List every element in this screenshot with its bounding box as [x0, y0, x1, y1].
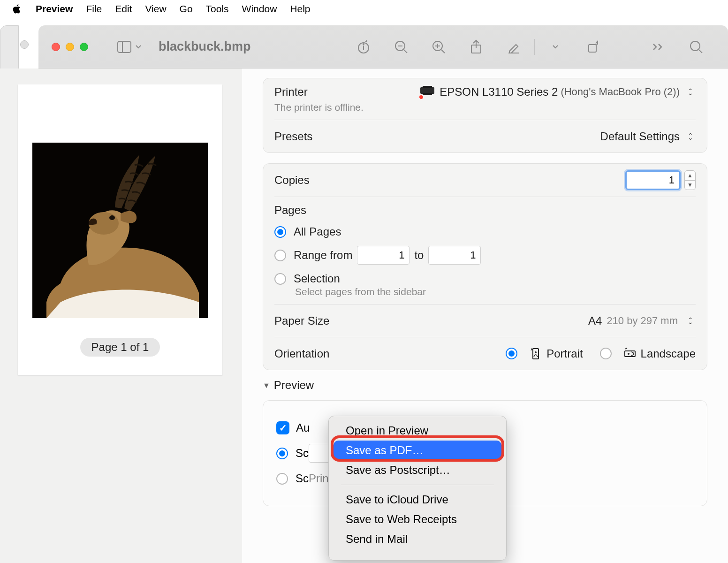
svg-point-24	[535, 351, 537, 353]
chevron-down-small-icon[interactable]	[544, 36, 567, 58]
printer-status: The printer is offline.	[274, 102, 364, 113]
printer-owner: (Hong's MacBook Pro (2))	[561, 86, 680, 98]
traffic-lights	[52, 43, 88, 51]
minimize-window-button[interactable]	[66, 43, 74, 51]
paper-size-row[interactable]: Paper Size A4 210 by 297 mm	[274, 304, 696, 337]
preview-section-label: Preview	[274, 379, 314, 392]
pages-all-option[interactable]: All Pages	[274, 225, 341, 238]
pages-selection-option[interactable]: Selection	[274, 272, 340, 285]
pdf-dropdown-menu: Open in Preview Save as PDF… Save as Pos…	[328, 416, 507, 561]
page-indicator-badge: Page 1 of 1	[80, 338, 160, 357]
zoom-in-icon[interactable]	[427, 36, 450, 58]
menu-save-as-postscript[interactable]: Save as Postscript…	[334, 460, 501, 480]
pages-selection-hint: Select pages from the sidebar	[295, 286, 426, 297]
copies-input[interactable]	[625, 170, 681, 190]
preview-disclosure[interactable]: ▼ Preview	[263, 379, 707, 392]
menu-edit[interactable]: Edit	[115, 3, 132, 15]
orientation-portrait-label: Portrait	[546, 347, 583, 360]
copies-row: Copies ▲▼	[274, 164, 696, 197]
menu-view[interactable]: View	[145, 3, 166, 15]
paper-size-dimensions: 210 by 297 mm	[607, 315, 678, 327]
search-icon[interactable]	[685, 36, 707, 58]
svg-line-9	[441, 50, 445, 53]
menu-window[interactable]: Window	[242, 3, 277, 15]
svg-rect-20	[420, 87, 434, 94]
copies-label: Copies	[274, 174, 310, 187]
radio-selected-icon[interactable]	[276, 448, 288, 459]
zoom-window-button[interactable]	[80, 43, 88, 51]
printer-popup-icon[interactable]	[685, 85, 696, 99]
toolbar: blackbuck.bmp	[38, 25, 728, 68]
print-options-panel: Copies ▲▼ Pages All Pages Range from to	[263, 163, 707, 370]
chevron-down-icon[interactable]	[135, 44, 142, 50]
inspector-icon[interactable]	[352, 36, 375, 58]
apple-logo-icon[interactable]	[11, 3, 23, 15]
menubar: Preview File Edit View Go Tools Window H…	[0, 0, 728, 18]
menu-tools[interactable]: Tools	[206, 3, 229, 15]
svg-point-19	[109, 215, 115, 220]
radio-icon[interactable]	[274, 250, 286, 261]
orientation-landscape-label: Landscape	[641, 347, 696, 360]
menu-file[interactable]: File	[86, 3, 102, 15]
zoom-out-icon[interactable]	[390, 36, 412, 58]
printer-presets-panel: Printer EPSON L3110 Series 2 (Hong's Mac…	[263, 78, 707, 153]
pages-label: Pages	[274, 204, 306, 217]
svg-rect-14	[589, 45, 596, 52]
orientation-label: Orientation	[274, 347, 329, 360]
menu-help[interactable]: Help	[290, 3, 310, 15]
presets-label: Presets	[274, 130, 312, 143]
sidebar-toggle-icon[interactable]	[117, 41, 142, 53]
range-to-label: to	[414, 249, 424, 262]
rotate-icon[interactable]	[582, 36, 604, 58]
menu-open-in-preview[interactable]: Open in Preview	[334, 421, 501, 441]
pages-row: Pages All Pages Range from to Selection …	[274, 197, 696, 304]
menu-go[interactable]: Go	[180, 3, 193, 15]
pages-selection-label: Selection	[294, 272, 340, 285]
markup-icon[interactable]	[502, 36, 525, 58]
pages-all-label: All Pages	[294, 225, 341, 238]
range-to-input[interactable]	[428, 246, 481, 265]
presets-row[interactable]: Presets Default Settings	[274, 120, 696, 152]
overflow-icon[interactable]	[647, 36, 670, 58]
range-from-input[interactable]	[357, 246, 410, 265]
menu-send-in-mail[interactable]: Send in Mail	[334, 529, 501, 549]
window-title: blackbuck.bmp	[159, 39, 251, 54]
radio-selected-icon[interactable]	[274, 226, 286, 238]
svg-rect-23	[533, 349, 538, 359]
menu-save-as-pdf[interactable]: Save as PDF…	[334, 441, 501, 460]
menu-separator	[341, 485, 494, 485]
landscape-icon	[624, 348, 636, 360]
share-icon[interactable]	[465, 36, 487, 58]
svg-line-16	[699, 50, 702, 53]
pages-range-label: Range from	[294, 249, 352, 262]
svg-point-15	[690, 41, 700, 51]
presets-value: Default Settings	[600, 130, 680, 143]
menu-save-icloud[interactable]: Save to iCloud Drive	[334, 490, 501, 510]
printer-name: EPSON L3110 Series 2	[440, 85, 558, 99]
orientation-portrait-radio[interactable]	[506, 348, 517, 359]
printer-row[interactable]: Printer EPSON L3110 Series 2 (Hong's Mac…	[274, 78, 696, 120]
presets-popup-icon[interactable]	[685, 129, 696, 144]
radio-icon[interactable]	[276, 473, 288, 485]
copies-stepper[interactable]: ▲▼	[684, 170, 696, 190]
close-window-button[interactable]	[52, 43, 60, 51]
radio-icon[interactable]	[274, 273, 286, 285]
pages-range-option[interactable]: Range from to	[274, 246, 485, 265]
checkbox-checked-icon[interactable]: ✓	[276, 421, 289, 434]
paper-size-value: A4	[588, 314, 602, 327]
orientation-landscape-radio[interactable]	[600, 348, 612, 359]
print-preview-pane: Page 1 of 1	[0, 68, 242, 563]
paper-size-popup-icon[interactable]	[685, 314, 696, 328]
page-preview-card: Page 1 of 1	[18, 84, 222, 375]
menu-save-web-receipts[interactable]: Save to Web Receipts	[334, 510, 501, 529]
preview-image	[32, 143, 208, 318]
svg-point-26	[628, 353, 629, 355]
svg-line-6	[404, 50, 407, 53]
svg-rect-0	[118, 41, 131, 53]
printer-icon	[420, 85, 435, 99]
svg-point-4	[363, 44, 364, 45]
background-window-traffic	[20, 40, 29, 49]
portrait-icon	[530, 348, 542, 360]
menu-app[interactable]: Preview	[36, 3, 73, 15]
scale-label-2: Sc	[296, 472, 309, 485]
